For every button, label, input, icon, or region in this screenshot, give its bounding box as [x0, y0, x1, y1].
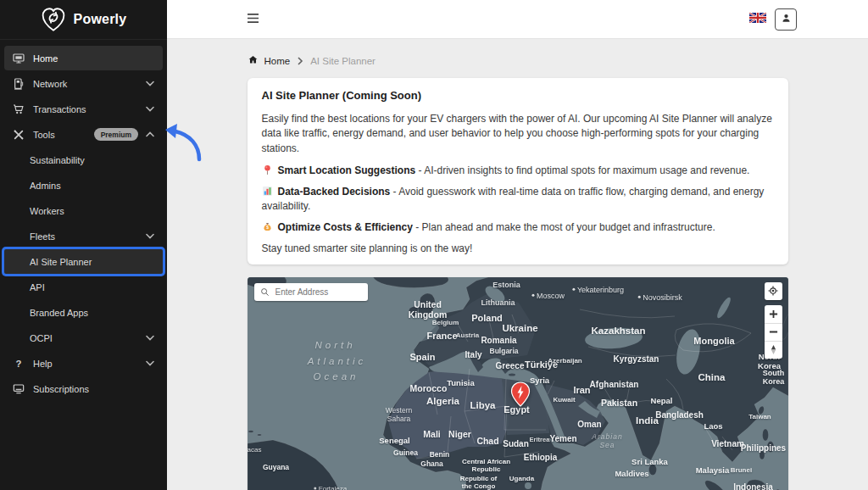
uk-flag-icon [749, 13, 766, 25]
help-icon: ? [11, 356, 25, 370]
chevron-down-icon [146, 81, 154, 86]
sidebar-item-transactions[interactable]: Transactions [4, 97, 163, 121]
card-title: AI Site Planner (Coming Soon) [262, 89, 774, 102]
sidebar-item-ocpi[interactable]: OCPI [4, 326, 163, 350]
feature-item: $Optimize Costs & Efficiency - Plan ahea… [262, 220, 774, 234]
map[interactable]: EstoniaLithuaniaMoscowYekaterinburgNovos… [248, 277, 788, 490]
brand-name: Powerly [74, 12, 127, 27]
sidebar-item-home[interactable]: Home [4, 46, 163, 70]
card-intro: Easily find the best locations for your … [262, 112, 774, 156]
hamburger-icon [247, 13, 259, 26]
topbar-actions [749, 8, 797, 31]
charger-icon [11, 76, 25, 91]
sidebar-item-label: Subscriptions [33, 384, 89, 394]
chevron-down-icon [146, 360, 154, 366]
sidebar-item-ai-site-planner[interactable]: AI Site Planner [4, 249, 163, 274]
sidebar-item-label: Admins [30, 181, 61, 191]
map-search-box [254, 283, 368, 301]
coming-soon-card: AI Site Planner (Coming Soon) Easily fin… [248, 78, 788, 264]
sidebar-item-help[interactable]: ?Help [4, 351, 163, 376]
sidebar-item-api[interactable]: API [4, 275, 163, 299]
bar-chart-icon [262, 186, 273, 197]
user-icon [781, 13, 792, 26]
feature-title: Smart Location Suggestions [278, 164, 416, 176]
compass-icon [769, 344, 778, 355]
feature-text: - AI-driven insights to find optimal spo… [419, 164, 750, 176]
powerly-logo-icon [41, 7, 66, 32]
sidebar-item-subscriptions[interactable]: Subscriptions [4, 376, 163, 401]
tools-icon [11, 127, 25, 142]
sidebar-item-label: Help [33, 359, 53, 369]
chevron-down-icon [146, 335, 154, 341]
sidebar-item-workers[interactable]: Workers [4, 198, 163, 223]
sidebar-item-fleets[interactable]: Fleets [4, 224, 163, 248]
search-icon [260, 287, 270, 297]
chevron-right-icon [297, 57, 303, 65]
sidebar-item-branded-apps[interactable]: Branded Apps [4, 300, 163, 325]
feature-title: Optimize Costs & Efficiency [278, 221, 413, 233]
sidebar-item-tools[interactable]: ToolsPremium [4, 122, 163, 147]
hamburger-menu-button[interactable] [243, 9, 263, 30]
zoom-out-button[interactable] [765, 323, 782, 341]
sidebar-item-label: Fleets [30, 231, 55, 242]
chevron-down-icon [146, 106, 154, 112]
search-input[interactable] [274, 287, 362, 298]
main-area: Home AI Site Planner AI Site Planner (Co… [167, 0, 868, 490]
sidebar: Powerly HomeNetworkTransactionsToolsPrem… [0, 0, 167, 490]
sidebar-item-label: Branded Apps [30, 308, 88, 318]
sidebar-item-label: Transactions [33, 104, 86, 114]
map-pin-icon [510, 381, 531, 407]
sidebar-item-network[interactable]: Network [4, 71, 163, 96]
sidebar-item-admins[interactable]: Admins [4, 173, 163, 198]
sidebar-item-sustainability[interactable]: Sustainability [4, 148, 163, 172]
account-button[interactable] [775, 8, 797, 31]
geolocate-icon [767, 285, 779, 297]
premium-badge: Premium [94, 128, 138, 141]
topbar [167, 0, 868, 39]
feature-title: Data-Backed Decisions [278, 186, 391, 198]
breadcrumb-current: AI Site Planner [310, 56, 376, 66]
feature-item: Data-Backed Decisions - Avoid guesswork … [262, 185, 774, 212]
money-bag-icon: $ [262, 221, 273, 232]
geolocate-button[interactable] [765, 282, 782, 300]
sidebar-item-label: OCPI [30, 333, 53, 343]
cart-icon [11, 102, 25, 116]
home-icon [11, 51, 25, 65]
svg-text:$: $ [266, 226, 269, 230]
sidebar-item-label: API [30, 282, 45, 292]
sidebar-item-label: Home [33, 53, 58, 64]
sidebar-item-label: Workers [30, 206, 64, 216]
sidebar-item-label: Network [33, 79, 67, 89]
sidebar-menu: HomeNetworkTransactionsToolsPremiumSusta… [0, 40, 167, 401]
card-outro: Stay tuned smarter site planning is on t… [262, 242, 774, 254]
sidebar-item-label: Tools [33, 130, 55, 140]
map-zoom-controls [765, 305, 782, 359]
svg-text:?: ? [15, 358, 21, 368]
brand: Powerly [0, 0, 167, 40]
feature-text: - Plan ahead and make the most of your b… [415, 221, 715, 233]
chevron-up-icon [146, 131, 154, 137]
zoom-in-icon [769, 309, 778, 319]
feature-item: Smart Location Suggestions - AI-driven i… [262, 164, 774, 177]
app-window: Powerly HomeNetworkTransactionsToolsPrem… [0, 0, 868, 490]
sidebar-item-label: AI Site Planner [30, 257, 92, 267]
pushpin-icon [262, 164, 273, 175]
breadcrumb-home-icon [248, 54, 259, 67]
chevron-down-icon [146, 233, 154, 239]
feature-list: Smart Location Suggestions - AI-driven i… [262, 164, 774, 234]
compass-button[interactable] [765, 341, 782, 359]
zoom-in-button[interactable] [765, 305, 782, 323]
subscriptions-icon [11, 381, 25, 396]
breadcrumb: Home AI Site Planner [248, 39, 788, 78]
zoom-out-icon [769, 327, 778, 337]
breadcrumb-home-link[interactable]: Home [248, 54, 291, 67]
language-flag-button[interactable] [749, 13, 766, 25]
sidebar-item-label: Sustainability [30, 155, 85, 165]
